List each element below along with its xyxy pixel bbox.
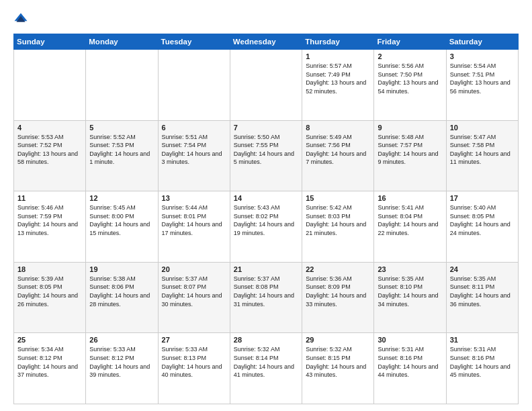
calendar-cell: 3Sunrise: 5:54 AMSunset: 7:51 PMDaylight… [446, 50, 518, 121]
calendar-cell: 7Sunrise: 5:50 AMSunset: 7:55 PMDaylight… [230, 120, 302, 191]
weekday-header-monday: Monday [86, 34, 158, 50]
day-number: 31 [450, 336, 515, 344]
calendar-cell: 17Sunrise: 5:40 AMSunset: 8:05 PMDayligh… [446, 191, 518, 263]
day-info: Sunrise: 5:45 AMSunset: 8:00 PMDaylight:… [89, 203, 154, 237]
day-number: 27 [162, 336, 226, 344]
day-info: Sunrise: 5:52 AMSunset: 7:53 PMDaylight:… [89, 133, 154, 167]
header [13, 12, 519, 27]
day-info: Sunrise: 5:40 AMSunset: 8:05 PMDaylight:… [450, 203, 515, 237]
calendar-cell: 22Sunrise: 5:36 AMSunset: 8:09 PMDayligh… [302, 262, 374, 333]
calendar-cell: 19Sunrise: 5:38 AMSunset: 8:06 PMDayligh… [86, 262, 158, 333]
day-number: 28 [234, 336, 298, 344]
calendar-cell: 20Sunrise: 5:37 AMSunset: 8:07 PMDayligh… [158, 262, 230, 333]
calendar-cell: 24Sunrise: 5:35 AMSunset: 8:11 PMDayligh… [446, 262, 518, 333]
calendar-cell: 18Sunrise: 5:39 AMSunset: 8:05 PMDayligh… [14, 262, 86, 333]
day-info: Sunrise: 5:43 AMSunset: 8:02 PMDaylight:… [234, 203, 298, 237]
calendar-cell: 14Sunrise: 5:43 AMSunset: 8:02 PMDayligh… [230, 191, 302, 263]
day-info: Sunrise: 5:44 AMSunset: 8:01 PMDaylight:… [162, 203, 226, 237]
day-number: 13 [162, 194, 226, 202]
day-number: 2 [378, 52, 442, 60]
day-info: Sunrise: 5:31 AMSunset: 8:16 PMDaylight:… [450, 345, 515, 379]
calendar-cell: 30Sunrise: 5:31 AMSunset: 8:16 PMDayligh… [374, 333, 446, 404]
calendar-cell [14, 50, 86, 121]
calendar-cell: 16Sunrise: 5:41 AMSunset: 8:04 PMDayligh… [374, 191, 446, 263]
day-info: Sunrise: 5:32 AMSunset: 8:14 PMDaylight:… [234, 345, 298, 379]
weekday-header-thursday: Thursday [302, 34, 374, 50]
day-number: 9 [378, 124, 442, 132]
calendar-cell: 12Sunrise: 5:45 AMSunset: 8:00 PMDayligh… [86, 191, 158, 263]
day-number: 26 [89, 336, 154, 344]
week-row-4: 18Sunrise: 5:39 AMSunset: 8:05 PMDayligh… [14, 262, 519, 333]
day-number: 17 [450, 194, 515, 202]
day-info: Sunrise: 5:49 AMSunset: 7:56 PMDaylight:… [306, 133, 370, 167]
calendar-table: SundayMondayTuesdayWednesdayThursdayFrid… [13, 34, 519, 404]
day-number: 19 [89, 265, 154, 273]
calendar-cell: 11Sunrise: 5:46 AMSunset: 7:59 PMDayligh… [14, 191, 86, 263]
calendar-cell: 21Sunrise: 5:37 AMSunset: 8:08 PMDayligh… [230, 262, 302, 333]
day-info: Sunrise: 5:39 AMSunset: 8:05 PMDaylight:… [17, 275, 82, 308]
calendar-cell [230, 50, 302, 121]
calendar-cell: 25Sunrise: 5:34 AMSunset: 8:12 PMDayligh… [14, 333, 86, 404]
weekday-header-saturday: Saturday [446, 34, 518, 50]
day-number: 30 [378, 336, 442, 344]
day-info: Sunrise: 5:31 AMSunset: 8:16 PMDaylight:… [378, 345, 442, 379]
day-info: Sunrise: 5:33 AMSunset: 8:12 PMDaylight:… [89, 345, 154, 379]
day-info: Sunrise: 5:38 AMSunset: 8:06 PMDaylight:… [89, 275, 154, 308]
day-info: Sunrise: 5:32 AMSunset: 8:15 PMDaylight:… [306, 345, 370, 379]
day-info: Sunrise: 5:35 AMSunset: 8:11 PMDaylight:… [450, 275, 515, 308]
day-info: Sunrise: 5:50 AMSunset: 7:55 PMDaylight:… [234, 133, 298, 167]
calendar-cell [86, 50, 158, 121]
day-number: 23 [378, 265, 442, 273]
weekday-header-sunday: Sunday [14, 34, 86, 50]
day-number: 25 [17, 336, 82, 344]
week-row-3: 11Sunrise: 5:46 AMSunset: 7:59 PMDayligh… [14, 191, 519, 263]
week-row-2: 4Sunrise: 5:53 AMSunset: 7:52 PMDaylight… [14, 120, 519, 191]
calendar-cell: 2Sunrise: 5:56 AMSunset: 7:50 PMDaylight… [374, 50, 446, 121]
day-number: 18 [17, 265, 82, 273]
calendar-cell: 5Sunrise: 5:52 AMSunset: 7:53 PMDaylight… [86, 120, 158, 191]
calendar-cell: 13Sunrise: 5:44 AMSunset: 8:01 PMDayligh… [158, 191, 230, 263]
day-number: 1 [306, 52, 370, 60]
day-info: Sunrise: 5:54 AMSunset: 7:51 PMDaylight:… [450, 62, 515, 95]
day-number: 22 [306, 265, 370, 273]
day-number: 7 [234, 124, 298, 132]
day-info: Sunrise: 5:51 AMSunset: 7:54 PMDaylight:… [162, 133, 226, 167]
calendar-cell: 10Sunrise: 5:47 AMSunset: 7:58 PMDayligh… [446, 120, 518, 191]
weekday-header-row: SundayMondayTuesdayWednesdayThursdayFrid… [14, 34, 519, 50]
day-number: 12 [89, 194, 154, 202]
day-number: 10 [450, 124, 515, 132]
day-number: 5 [89, 124, 154, 132]
day-info: Sunrise: 5:47 AMSunset: 7:58 PMDaylight:… [450, 133, 515, 167]
weekday-header-friday: Friday [374, 34, 446, 50]
weekday-header-tuesday: Tuesday [158, 34, 230, 50]
day-info: Sunrise: 5:33 AMSunset: 8:13 PMDaylight:… [162, 345, 226, 379]
calendar-cell: 9Sunrise: 5:48 AMSunset: 7:57 PMDaylight… [374, 120, 446, 191]
day-number: 11 [17, 194, 82, 202]
day-info: Sunrise: 5:57 AMSunset: 7:49 PMDaylight:… [306, 62, 370, 95]
calendar-cell [158, 50, 230, 121]
calendar-cell: 27Sunrise: 5:33 AMSunset: 8:13 PMDayligh… [158, 333, 230, 404]
calendar-cell: 6Sunrise: 5:51 AMSunset: 7:54 PMDaylight… [158, 120, 230, 191]
day-number: 3 [450, 52, 515, 60]
weekday-header-wednesday: Wednesday [230, 34, 302, 50]
day-info: Sunrise: 5:36 AMSunset: 8:09 PMDaylight:… [306, 275, 370, 308]
day-info: Sunrise: 5:48 AMSunset: 7:57 PMDaylight:… [378, 133, 442, 167]
week-row-1: 1Sunrise: 5:57 AMSunset: 7:49 PMDaylight… [14, 50, 519, 121]
week-row-5: 25Sunrise: 5:34 AMSunset: 8:12 PMDayligh… [14, 333, 519, 404]
calendar-cell: 31Sunrise: 5:31 AMSunset: 8:16 PMDayligh… [446, 333, 518, 404]
calendar-cell: 23Sunrise: 5:35 AMSunset: 8:10 PMDayligh… [374, 262, 446, 333]
calendar-cell: 8Sunrise: 5:49 AMSunset: 7:56 PMDaylight… [302, 120, 374, 191]
day-info: Sunrise: 5:37 AMSunset: 8:08 PMDaylight:… [234, 275, 298, 308]
day-number: 4 [17, 124, 82, 132]
logo [13, 12, 31, 27]
day-info: Sunrise: 5:46 AMSunset: 7:59 PMDaylight:… [17, 203, 82, 237]
day-number: 24 [450, 265, 515, 273]
day-number: 6 [162, 124, 226, 132]
calendar-cell: 29Sunrise: 5:32 AMSunset: 8:15 PMDayligh… [302, 333, 374, 404]
day-number: 20 [162, 265, 226, 273]
logo-icon [13, 12, 28, 27]
page: SundayMondayTuesdayWednesdayThursdayFrid… [0, 0, 532, 411]
day-info: Sunrise: 5:35 AMSunset: 8:10 PMDaylight:… [378, 275, 442, 308]
day-info: Sunrise: 5:37 AMSunset: 8:07 PMDaylight:… [162, 275, 226, 308]
day-number: 15 [306, 194, 370, 202]
